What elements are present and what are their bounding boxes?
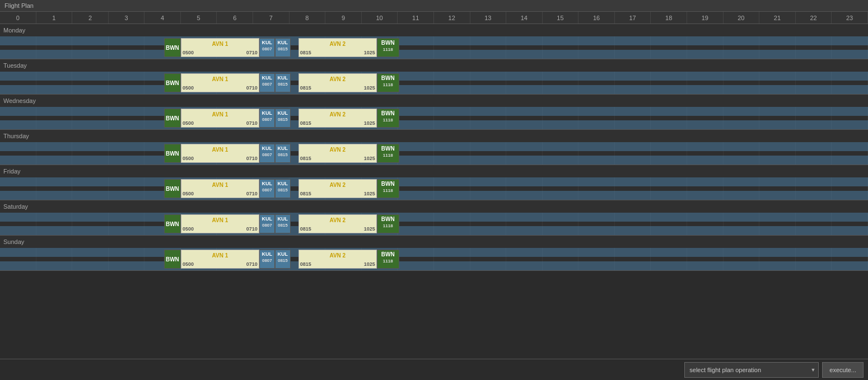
- kul-dep-seg[interactable]: KUL0807: [259, 250, 275, 269]
- hour-label-1: 1: [36, 12, 73, 24]
- avn1-seg[interactable]: AVN 105000710: [181, 109, 259, 128]
- kul-arr-seg[interactable]: KUL0815: [275, 73, 291, 92]
- hour-label-2: 2: [72, 12, 109, 24]
- hour-label-0: 0: [0, 12, 36, 24]
- hour-label-4: 4: [144, 12, 181, 24]
- day-label-friday: Friday: [0, 165, 868, 177]
- avn1-seg[interactable]: AVN 105000710: [181, 250, 259, 269]
- day-block-saturday: SaturdayBWNAVN 105000710KUL0807KUL0815AV…: [0, 200, 868, 236]
- band-top: [0, 107, 868, 116]
- day-label-tuesday: Tuesday: [0, 59, 868, 72]
- day-label-thursday: Thursday: [0, 130, 868, 142]
- band-bottom: [0, 120, 868, 129]
- bwn-arr-seg[interactable]: BWN1118: [377, 214, 399, 233]
- avn2-seg[interactable]: AVN 208151025: [298, 214, 377, 233]
- avn1-seg[interactable]: AVN 105000710: [181, 144, 259, 163]
- hour-label-19: 19: [687, 12, 724, 24]
- bwn-arr-seg[interactable]: BWN1118: [377, 179, 399, 198]
- avn2-seg[interactable]: AVN 208151025: [298, 73, 377, 92]
- day-block-sunday: SundayBWNAVN 105000710KUL0807KUL0815AVN …: [0, 236, 868, 271]
- day-block-monday: MondayBWNAVN 105000710KUL0807KUL0815AVN …: [0, 24, 868, 59]
- hour-label-3: 3: [109, 12, 145, 24]
- bwn-dep-seg[interactable]: BWN: [164, 214, 181, 233]
- kul-dep-seg[interactable]: KUL0807: [259, 144, 275, 163]
- bwn-arr-seg[interactable]: BWN1118: [377, 109, 399, 128]
- band-bottom: [0, 156, 868, 165]
- hour-label-12: 12: [434, 12, 470, 24]
- avn2-seg[interactable]: AVN 208151025: [298, 38, 377, 57]
- hour-label-11: 11: [398, 12, 434, 24]
- avn1-seg[interactable]: AVN 105000710: [181, 214, 259, 233]
- kul-arr-seg[interactable]: KUL0815: [275, 109, 291, 128]
- kul-dep-seg[interactable]: KUL0807: [259, 73, 275, 92]
- bwn-dep-seg[interactable]: BWN: [164, 73, 181, 92]
- kul-dep-seg[interactable]: KUL0807: [259, 38, 275, 57]
- kul-arr-seg[interactable]: KUL0815: [275, 144, 291, 163]
- band-top: [0, 213, 868, 222]
- avn2-seg[interactable]: AVN 208151025: [298, 144, 377, 163]
- band-bottom: [0, 191, 868, 200]
- bwn-arr-seg[interactable]: BWN1118: [377, 73, 399, 92]
- avn2-seg[interactable]: AVN 208151025: [298, 250, 377, 269]
- day-label-wednesday: Wednesday: [0, 95, 868, 107]
- kul-dep-seg[interactable]: KUL0807: [259, 179, 275, 198]
- day-label-sunday: Sunday: [0, 236, 868, 248]
- bwn-dep-seg[interactable]: BWN: [164, 250, 181, 269]
- day-label-monday: Monday: [0, 24, 868, 36]
- bwn-dep-seg[interactable]: BWN: [164, 109, 181, 128]
- kul-arr-seg[interactable]: KUL0815: [275, 38, 291, 57]
- timeline-row-tuesday: BWNAVN 105000710KUL0807KUL0815AVN 208151…: [0, 72, 868, 94]
- hour-label-8: 8: [290, 12, 326, 24]
- hour-label-18: 18: [651, 12, 687, 24]
- avn1-seg[interactable]: AVN 105000710: [181, 73, 259, 92]
- timeline-row-thursday: BWNAVN 105000710KUL0807KUL0815AVN 208151…: [0, 142, 868, 165]
- timeline-row-saturday: BWNAVN 105000710KUL0807KUL0815AVN 208151…: [0, 213, 868, 235]
- hour-label-20: 20: [724, 12, 760, 24]
- bwn-dep-seg[interactable]: BWN: [164, 144, 181, 163]
- timeline-row-friday: BWNAVN 105000710KUL0807KUL0815AVN 208151…: [0, 177, 868, 200]
- hour-label-6: 6: [217, 12, 253, 24]
- avn1-seg[interactable]: AVN 105000710: [181, 38, 259, 57]
- day-block-wednesday: WednesdayBWNAVN 105000710KUL0807KUL0815A…: [0, 95, 868, 130]
- kul-arr-seg[interactable]: KUL0815: [275, 179, 291, 198]
- timeline-row-wednesday: BWNAVN 105000710KUL0807KUL0815AVN 208151…: [0, 107, 868, 129]
- schedule-area: MondayBWNAVN 105000710KUL0807KUL0815AVN …: [0, 24, 868, 359]
- band-bottom: [0, 85, 868, 94]
- bwn-arr-seg[interactable]: BWN1118: [377, 38, 399, 57]
- hour-label-5: 5: [181, 12, 217, 24]
- day-block-thursday: ThursdayBWNAVN 105000710KUL0807KUL0815AV…: [0, 130, 868, 165]
- band-top: [0, 177, 868, 186]
- footer: select flight plan operation execute...: [0, 359, 868, 380]
- hour-label-21: 21: [759, 12, 796, 24]
- hour-label-10: 10: [362, 12, 398, 24]
- bwn-arr-seg[interactable]: BWN1118: [377, 144, 399, 163]
- band-top: [0, 248, 868, 257]
- band-bottom: [0, 50, 868, 59]
- hour-label-13: 13: [470, 12, 507, 24]
- hour-label-15: 15: [543, 12, 579, 24]
- day-label-saturday: Saturday: [0, 200, 868, 213]
- app-title: Flight Plan: [0, 0, 868, 12]
- hour-label-14: 14: [506, 12, 543, 24]
- day-block-friday: FridayBWNAVN 105000710KUL0807KUL0815AVN …: [0, 165, 868, 200]
- bwn-dep-seg[interactable]: BWN: [164, 38, 181, 57]
- kul-dep-seg[interactable]: KUL0807: [259, 214, 275, 233]
- kul-arr-seg[interactable]: KUL0815: [275, 250, 291, 269]
- hour-label-9: 9: [325, 12, 362, 24]
- flight-plan-operation-select[interactable]: select flight plan operation: [684, 362, 819, 378]
- bwn-dep-seg[interactable]: BWN: [164, 179, 181, 198]
- bwn-arr-seg[interactable]: BWN1118: [377, 250, 399, 269]
- kul-dep-seg[interactable]: KUL0807: [259, 109, 275, 128]
- hour-label-17: 17: [615, 12, 651, 24]
- hour-label-22: 22: [796, 12, 832, 24]
- band-bottom: [0, 226, 868, 235]
- hour-label-7: 7: [253, 12, 290, 24]
- avn1-seg[interactable]: AVN 105000710: [181, 179, 259, 198]
- avn2-seg[interactable]: AVN 208151025: [298, 179, 377, 198]
- timeline-row-monday: BWNAVN 105000710KUL0807KUL0815AVN 208151…: [0, 36, 868, 59]
- avn2-seg[interactable]: AVN 208151025: [298, 109, 377, 128]
- kul-arr-seg[interactable]: KUL0815: [275, 214, 291, 233]
- day-block-tuesday: TuesdayBWNAVN 105000710KUL0807KUL0815AVN…: [0, 59, 868, 95]
- execute-button[interactable]: execute...: [822, 362, 864, 378]
- hour-label-16: 16: [578, 12, 615, 24]
